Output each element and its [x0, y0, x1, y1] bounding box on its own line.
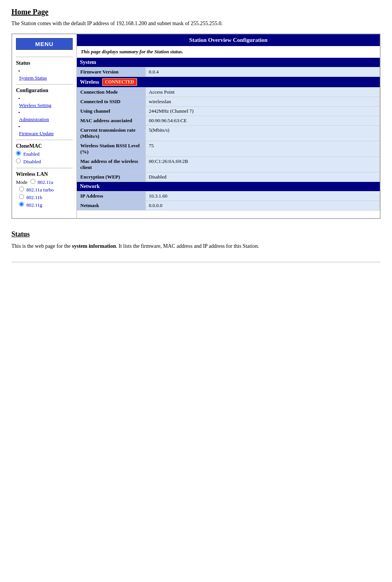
tx-rate-label: Current transmission rate (Mbits/s) [77, 126, 146, 141]
mac-assoc-value: 00:90:96:54:63:CE [146, 116, 380, 126]
status-paragraph: This is the web page for the system info… [11, 242, 381, 250]
table-row: MAC address associated 00:90:96:54:63:CE [77, 116, 380, 126]
table-row: Firmware Version 0.0.4 [77, 67, 380, 77]
netmask-label: Netmask [77, 201, 146, 210]
connection-mode-value: Access Point [146, 88, 380, 97]
sidebar-clonemac-title: CloneMAC [16, 143, 73, 149]
table-row: Netmask 0.0.0.0 [77, 201, 380, 210]
ip-value: 10.3.1.60 [146, 191, 380, 201]
channel-value: 2442MHz (Channel 7) [146, 107, 380, 116]
mac-client-value: 00:C1:26:0A:69:2B [146, 157, 380, 172]
wlan-80211a-turbo[interactable]: 802.11a turbo [19, 187, 73, 193]
wlan-80211a-turbo-label: 802.11a turbo [26, 187, 54, 193]
wireless-section-header: Wireless CONNECTED [77, 77, 380, 87]
sidebar-divider-3 [16, 140, 73, 140]
bottom-rule [11, 262, 381, 262]
mac-client-label: Mac address of the wireless client [77, 157, 146, 172]
sidebar-config-links: •Wireless Setting •Administration •Firmw… [16, 95, 73, 137]
sidebar-status-title: Status [16, 60, 73, 66]
wlan-80211a-radio[interactable] [30, 179, 35, 184]
wlan-80211g-label: 802.11g [26, 202, 42, 208]
status-text-after: . It lists the firmware, MAC address and… [116, 243, 259, 249]
menu-button[interactable]: MENU [16, 38, 73, 50]
wlan-80211g-radio[interactable] [19, 202, 24, 207]
wlan-80211a-label: 802.11a [38, 179, 53, 185]
table-row: Current transmission rate (Mbits/s) 5(Mb… [77, 126, 380, 141]
status-text-bold: system information [72, 243, 116, 249]
wlan-80211a-turbo-radio[interactable] [19, 187, 24, 191]
clonemac-enabled-label: Enabled [23, 151, 40, 157]
sidebar-link-wireless[interactable]: Wireless Setting [19, 102, 73, 108]
wireless-section-label: Wireless [80, 79, 99, 85]
table-row: Connection Mode Access Point [77, 88, 380, 97]
system-section-header: System [77, 58, 380, 67]
wlan-mode-label: Mode [16, 179, 27, 185]
clonemac-disabled[interactable]: Disabled [16, 158, 73, 165]
sidebar-divider-1 [16, 57, 73, 57]
table-row: Using channel 2442MHz (Channel 7) [77, 107, 380, 116]
page-title: Home Page [11, 8, 381, 16]
config-header: Station Overview Configuration [77, 34, 380, 46]
status-section: Status This is the web page for the syst… [11, 230, 381, 250]
encryption-value: Disabled [146, 172, 380, 182]
sidebar-link-firmware[interactable]: Firmware Update [19, 131, 73, 137]
encryption-label: Encryption (WEP) [77, 172, 146, 182]
connected-badge: CONNECTED [102, 78, 137, 86]
firmware-value: 0.0.4 [146, 67, 380, 77]
mac-assoc-label: MAC address associated [77, 116, 146, 126]
sidebar-divider-2 [16, 84, 73, 85]
wlan-80211b-label: 802.11b [26, 195, 42, 200]
table-row: Encryption (WEP) Disabled [77, 172, 380, 182]
network-table: IP Address 10.3.1.60 Netmask 0.0.0.0 [77, 191, 380, 210]
clonemac-enabled-radio[interactable] [16, 151, 21, 156]
wlan-80211b[interactable]: 802.11b [19, 194, 73, 201]
system-table: Firmware Version 0.0.4 [77, 67, 380, 77]
table-row: Connected to SSID wirelesslan [77, 97, 380, 107]
wlan-80211g[interactable]: 802.11g [19, 202, 73, 208]
tx-rate-value: 5(Mbits/s) [146, 126, 380, 141]
sidebar-divider-4 [16, 168, 73, 168]
status-title: Status [11, 230, 381, 238]
table-row: Mac address of the wireless client 00:C1… [77, 157, 380, 172]
network-section-header: Network [77, 182, 380, 191]
status-text-before: This is the web page for the [11, 243, 72, 249]
ssid-label: Connected to SSID [77, 97, 146, 107]
table-row: IP Address 10.3.1.60 [77, 191, 380, 201]
wlan-80211b-radio[interactable] [19, 194, 24, 199]
sidebar-config-title: Configuration [16, 88, 73, 94]
config-subtitle: This page displays summary for the Stati… [77, 46, 380, 58]
content-bottom-padding [77, 210, 380, 218]
firmware-label: Firmware Version [77, 67, 146, 77]
clonemac-enabled[interactable]: Enabled [16, 151, 73, 157]
sidebar-link-admin[interactable]: Administration [19, 116, 73, 123]
sidebar-wlan-title: Wireless LAN [16, 171, 73, 177]
clonemac-disabled-radio[interactable] [16, 158, 21, 163]
rssi-value: 75 [146, 141, 380, 157]
ssid-value: wirelesslan [146, 97, 380, 107]
netmask-value: 0.0.0.0 [146, 201, 380, 210]
ip-label: IP Address [77, 191, 146, 201]
clonemac-disabled-label: Disabled [23, 159, 41, 164]
wireless-table: Connection Mode Access Point Connected t… [77, 87, 380, 182]
connection-mode-label: Connection Mode [77, 88, 146, 97]
intro-paragraph: The Station comes with the default IP ad… [11, 19, 381, 27]
main-frame: MENU Status • System Status Configuratio… [11, 33, 381, 219]
sidebar-link-system-status[interactable]: System Status [19, 75, 73, 81]
table-row: Wireless Station RSSI Level (%) 75 [77, 141, 380, 157]
wlan-mode-row: Mode 802.11a [16, 179, 73, 185]
content-area: Station Overview Configuration This page… [77, 34, 380, 218]
sidebar: MENU Status • System Status Configuratio… [12, 34, 77, 218]
rssi-label: Wireless Station RSSI Level (%) [77, 141, 146, 157]
channel-label: Using channel [77, 107, 146, 116]
sidebar-status-links: • System Status [16, 68, 73, 81]
